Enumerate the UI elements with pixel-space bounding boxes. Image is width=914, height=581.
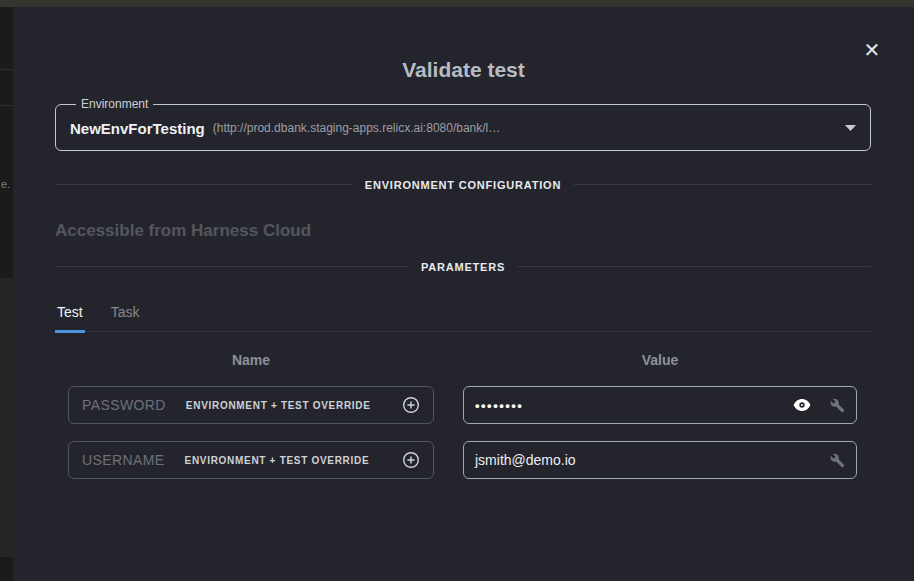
param-value-masked: •••••••• (475, 398, 523, 413)
chevron-down-icon[interactable] (845, 125, 856, 131)
column-header-name: Name (68, 352, 434, 369)
param-name-box-password: PASSWORD ENVIRONMENT + TEST OVERRIDE (68, 386, 434, 424)
wrench-icon[interactable] (830, 453, 845, 468)
background-top-strip (0, 0, 914, 7)
param-value-input-username[interactable]: jsmith@demo.io (463, 441, 857, 479)
divider-line (574, 184, 871, 185)
plus-circle-icon[interactable] (402, 396, 420, 414)
validate-test-dialog: ✕ Validate test Environment NewEnvForTes… (13, 7, 914, 581)
param-value: jsmith@demo.io (475, 452, 576, 468)
eye-icon[interactable] (793, 399, 811, 411)
divider-line (518, 266, 871, 267)
environment-select-label: Environment (76, 97, 153, 111)
parameter-row-username: USERNAME ENVIRONMENT + TEST OVERRIDE jsm… (55, 441, 871, 479)
param-name: USERNAME (82, 452, 165, 468)
param-value-input-password[interactable]: •••••••• (463, 386, 857, 424)
param-scope-badge: ENVIRONMENT + TEST OVERRIDE (185, 455, 370, 466)
section-title: PARAMETERS (421, 261, 505, 273)
background-app-edge: e. (0, 7, 13, 581)
parameter-row-password: PASSWORD ENVIRONMENT + TEST OVERRIDE •••… (55, 386, 871, 424)
plus-circle-icon[interactable] (402, 451, 420, 469)
section-divider-environment-configuration: ENVIRONMENT CONFIGURATION (55, 177, 871, 192)
environment-access-note: Accessible from Harness Cloud (55, 220, 871, 241)
divider-line (55, 184, 352, 185)
dialog-title: Validate test (13, 57, 914, 83)
param-name: PASSWORD (82, 397, 166, 413)
section-title: ENVIRONMENT CONFIGURATION (365, 179, 561, 191)
param-scope-badge: ENVIRONMENT + TEST OVERRIDE (186, 400, 371, 411)
tab-test[interactable]: Test (55, 304, 85, 333)
parameters-column-headers: Name Value (55, 352, 871, 369)
environment-url: (http://prod.dbank.staging-apps.relicx.a… (213, 121, 501, 135)
background-divider (0, 69, 13, 70)
column-header-value: Value (463, 352, 857, 369)
environment-select[interactable]: Environment NewEnvForTesting (http://pro… (55, 97, 871, 151)
wrench-icon[interactable] (830, 398, 845, 413)
close-icon[interactable]: ✕ (859, 37, 885, 63)
param-name-box-username: USERNAME ENVIRONMENT + TEST OVERRIDE (68, 441, 434, 479)
environment-name: NewEnvForTesting (70, 120, 205, 137)
section-divider-parameters: PARAMETERS (55, 259, 871, 274)
tab-task[interactable]: Task (109, 304, 142, 333)
background-divider (0, 105, 13, 106)
parameters-tab-bar: Test Task (55, 304, 871, 332)
background-panel (0, 278, 13, 557)
divider-line (55, 266, 408, 267)
background-partial-text: e. (1, 178, 10, 190)
